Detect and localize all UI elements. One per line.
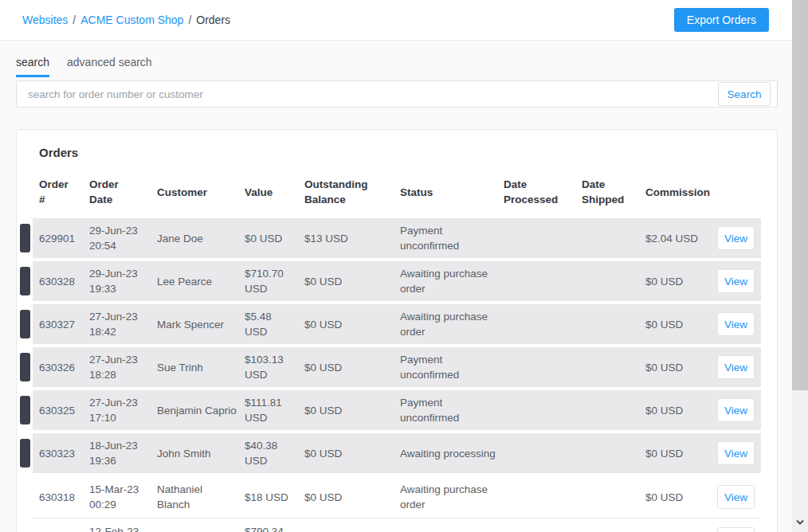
cell-actions: View — [717, 527, 761, 532]
cell-customer: Benjamin Caprio — [151, 403, 238, 418]
cell-outstanding-balance: $0 USD — [298, 360, 394, 375]
orders-card: Orders Order # Order Date Customer Value… — [16, 129, 778, 532]
table-row: 63031815-Mar-23 00:29Nathaniel Blanch$18… — [33, 476, 761, 518]
cell-order-date: 27-Jun-23 18:28 — [83, 352, 151, 382]
order-flag-indicator — [20, 353, 30, 381]
cell-outstanding-balance: $0 USD — [298, 274, 394, 289]
cell-order-date: 27-Jun-23 17:10 — [83, 395, 151, 425]
cell-actions: View — [717, 312, 761, 336]
view-button[interactable]: View — [717, 226, 755, 250]
order-flag-indicator — [20, 310, 30, 338]
cell-commission: $0 USD — [639, 446, 717, 461]
cell-order-date: 12-Feb-23 21:09 — [83, 524, 151, 532]
scrollbar[interactable] — [792, 0, 808, 532]
cell-outstanding-balance: $13 USD — [298, 231, 394, 246]
table-row: 63031612-Feb-23 21:09Angela Price$790.34… — [33, 518, 761, 532]
order-flag-indicator — [20, 267, 30, 295]
cell-outstanding-balance: $0 USD — [298, 490, 394, 505]
cell-actions: View — [717, 398, 761, 422]
cell-customer: Sue Trinh — [151, 360, 238, 375]
view-button[interactable]: View — [717, 398, 755, 422]
cell-value: $111.81 USD — [238, 395, 298, 425]
top-bar: Websites / ACME Custom Shop / Orders Exp… — [0, 0, 792, 41]
tab-advanced-search[interactable]: advanced search — [67, 56, 152, 77]
column-header-order-number: Order # — [33, 177, 83, 207]
cell-order-number: 630323 — [33, 446, 83, 461]
view-button[interactable]: View — [717, 312, 755, 336]
view-button[interactable]: View — [717, 355, 755, 379]
table-row: 63032627-Jun-23 18:28Sue Trinh$103.13 US… — [33, 347, 761, 387]
column-header-status: Status — [394, 185, 497, 200]
cell-status: Awaiting purchase order — [394, 266, 497, 296]
breadcrumb: Websites / ACME Custom Shop / Orders — [22, 14, 230, 26]
search-tabs: search advanced search — [16, 56, 778, 77]
cell-order-number: 630327 — [33, 317, 83, 332]
cell-actions: View — [717, 226, 761, 250]
table-row: 63032727-Jun-23 18:42Mark Spencer$5.48 U… — [33, 304, 761, 344]
view-button[interactable]: View — [717, 441, 755, 465]
cell-actions: View — [717, 269, 761, 293]
cell-status: Payment unconfirmed — [394, 223, 497, 253]
cell-actions: View — [717, 485, 761, 509]
table-body: 62990129-Jun-23 20:54Jane Doe$0 USD$13 U… — [33, 218, 761, 532]
column-header-outstanding-balance: Outstanding Balance — [298, 177, 394, 207]
table-header-row: Order # Order Date Customer Value Outsta… — [33, 170, 761, 218]
cell-value: $18 USD — [238, 490, 298, 505]
cell-commission: $2.04 USD — [639, 231, 717, 246]
column-header-customer: Customer — [151, 185, 238, 200]
breadcrumb-separator: / — [73, 14, 76, 26]
column-header-date-shipped: Date Shipped — [575, 177, 639, 207]
column-header-order-date: Order Date — [83, 177, 151, 207]
scrollbar-down-arrow[interactable] — [792, 516, 808, 529]
table-row: 62990129-Jun-23 20:54Jane Doe$0 USD$13 U… — [33, 218, 761, 258]
breadcrumb-current-orders: Orders — [196, 14, 230, 26]
cell-order-number: 630325 — [33, 403, 83, 418]
page-content: search advanced search Search Orders Ord… — [0, 56, 792, 532]
scrollbar-thumb[interactable] — [792, 0, 808, 390]
view-button[interactable]: View — [717, 527, 755, 532]
cell-commission: $0 USD — [639, 490, 717, 505]
cell-customer: Lee Pearce — [151, 274, 238, 289]
cell-value: $5.48 USD — [238, 309, 298, 339]
cell-status: Payment unconfirmed — [394, 352, 497, 382]
cell-status: Awaiting purchase order — [394, 309, 497, 339]
cell-status: Awaiting purchase order — [394, 482, 497, 512]
orders-title: Orders — [39, 146, 761, 159]
cell-status: Payment unconfirmed — [394, 395, 497, 425]
export-orders-button[interactable]: Export Orders — [674, 8, 769, 32]
breadcrumb-separator: / — [188, 14, 191, 26]
cell-order-number: 630318 — [33, 490, 83, 505]
cell-commission: $0 USD — [639, 317, 717, 332]
cell-actions: View — [717, 355, 761, 379]
cell-customer: Jane Doe — [151, 231, 238, 246]
order-flag-indicator — [20, 396, 30, 424]
cell-outstanding-balance: $0 USD — [298, 317, 394, 332]
breadcrumb-link-acme-custom-shop[interactable]: ACME Custom Shop — [80, 14, 183, 26]
cell-outstanding-balance: $0 USD — [298, 403, 394, 418]
tab-search[interactable]: search — [16, 56, 49, 77]
breadcrumb-link-websites[interactable]: Websites — [22, 14, 68, 26]
table-row: 63032527-Jun-23 17:10Benjamin Caprio$111… — [33, 390, 761, 430]
cell-outstanding-balance: $0 USD — [298, 446, 394, 461]
cell-actions: View — [717, 441, 761, 465]
cell-value: $40.38 USD — [238, 438, 298, 468]
search-row: Search — [16, 80, 778, 108]
order-flag-indicator — [20, 224, 30, 252]
view-button[interactable]: View — [717, 485, 755, 509]
cell-value: $0 USD — [238, 231, 298, 246]
table-row: 63032829-Jun-23 19:33Lee Pearce$710.70 U… — [33, 261, 761, 301]
search-button[interactable]: Search — [718, 82, 771, 106]
view-button[interactable]: View — [717, 269, 755, 293]
cell-order-number: 630326 — [33, 360, 83, 375]
cell-order-date: 27-Jun-23 18:42 — [83, 309, 151, 339]
cell-order-date: 29-Jun-23 20:54 — [83, 223, 151, 253]
cell-value: $790.34 USD — [238, 524, 298, 532]
table-row: 63032318-Jun-23 19:36John Smith$40.38 US… — [33, 433, 761, 473]
order-flag-indicator — [20, 439, 30, 467]
cell-value: $103.13 USD — [238, 352, 298, 382]
search-input[interactable] — [16, 80, 778, 108]
cell-customer: John Smith — [151, 446, 238, 461]
cell-order-number: 629901 — [33, 231, 83, 246]
cell-commission: $0 USD — [639, 274, 717, 289]
column-header-commission: Commission — [639, 185, 717, 200]
